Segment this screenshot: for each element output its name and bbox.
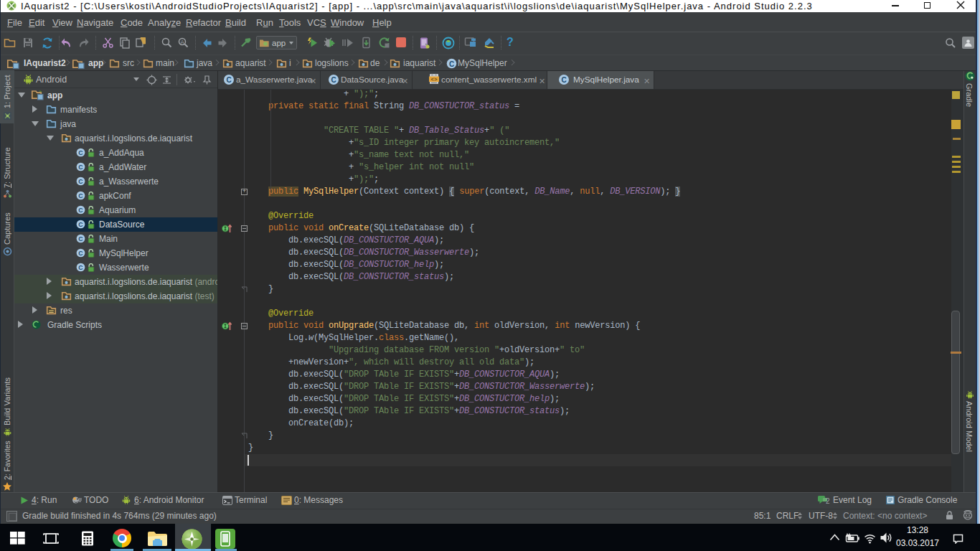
svg-text:C: C bbox=[78, 264, 83, 271]
svg-text:A: A bbox=[180, 39, 184, 46]
svg-text:C: C bbox=[78, 164, 83, 171]
svg-text:C: C bbox=[78, 149, 83, 156]
svg-text:C: C bbox=[78, 178, 83, 185]
svg-text:C: C bbox=[78, 250, 83, 257]
svg-text:<>: <> bbox=[430, 77, 438, 83]
svg-text:C: C bbox=[78, 235, 83, 242]
svg-text:C: C bbox=[331, 76, 336, 84]
svg-text:C: C bbox=[226, 76, 231, 84]
svg-text:C: C bbox=[78, 192, 83, 199]
svg-text:C: C bbox=[561, 76, 566, 84]
svg-text:C: C bbox=[449, 60, 454, 68]
svg-text:C: C bbox=[78, 221, 83, 228]
svg-text:C: C bbox=[78, 207, 83, 214]
